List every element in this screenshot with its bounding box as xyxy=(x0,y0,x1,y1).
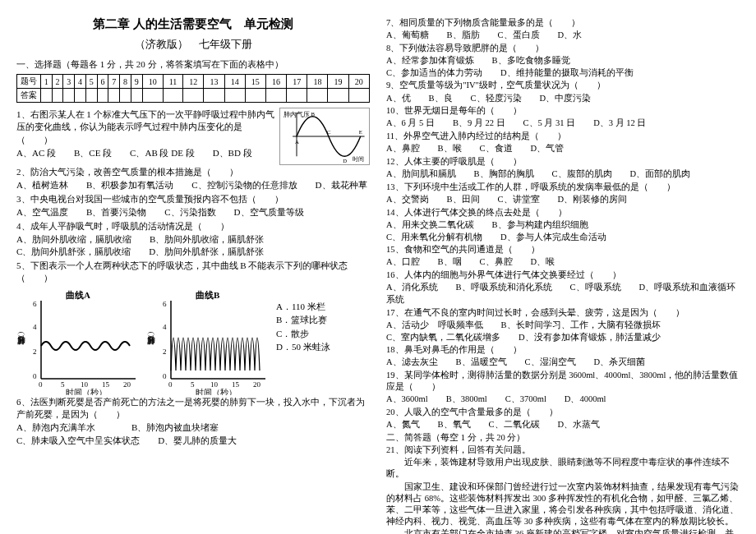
cell: 6 xyxy=(97,75,108,89)
cell: 8 xyxy=(120,75,131,89)
page-title: 第二章 人的生活需要空气 单元检测 xyxy=(16,16,370,32)
cell: 16 xyxy=(265,75,286,89)
question-15-options: A、口腔 B、咽 C、鼻腔 D、喉 xyxy=(386,256,740,269)
svg-text:5: 5 xyxy=(61,380,65,389)
svg-text:肺容量（升）: 肺容量（升） xyxy=(147,332,155,345)
answer-cell[interactable] xyxy=(142,89,163,103)
answer-cell[interactable] xyxy=(224,89,245,103)
question-7: 7、相同质量的下列物质含能量最多的是（ ） xyxy=(386,17,740,29)
opt-c: C．散步 xyxy=(276,327,330,341)
answer-grid: 题号 1 2 3 4 5 6 7 8 9 10 11 12 13 14 15 1… xyxy=(16,74,370,103)
svg-text:20: 20 xyxy=(253,380,261,389)
question-3: 3、中央电视台对我国一些城市的空气质量预报内容不包括（ ） xyxy=(16,193,370,205)
question-10: 10、世界无烟日是每年的（ ） xyxy=(386,105,740,117)
answer-cell[interactable] xyxy=(183,89,204,103)
answer-cell[interactable] xyxy=(41,89,53,103)
question-15: 15、食物和空气的共同通道是（ ） xyxy=(386,244,740,255)
opt-a: A．110 米栏 xyxy=(276,300,330,314)
question-2: 2、防治大气污染，改善空气质量的根本措施是（ ） xyxy=(16,166,370,178)
passage-p2: 国家卫生、建设和环保部门曾经进行过一次室内装饰材料抽查，结果发现有毒气污染的材料… xyxy=(386,481,740,528)
svg-text:肺容量（升）: 肺容量（升） xyxy=(17,332,25,345)
answer-cell[interactable] xyxy=(52,89,63,103)
answer-cell[interactable] xyxy=(307,89,328,103)
svg-text:C: C xyxy=(327,129,331,135)
question-6: 6、法医判断死婴是否产前死亡的方法之一是将死婴的肺剪下一块，投入水中，下沉者为产… xyxy=(16,396,370,421)
answer-cell[interactable] xyxy=(265,89,286,103)
answer-cell[interactable] xyxy=(245,89,265,103)
svg-text:4: 4 xyxy=(33,323,37,331)
question-6-options: A、肺泡内充满羊水 B、肺泡内被血块堵塞 C、肺未吸入空气中呈实体状态 D、婴儿… xyxy=(16,421,370,447)
question-13-options: A、交警岗 B、田间 C、讲堂室 D、刚装修的房间 xyxy=(386,194,740,206)
answer-cell[interactable] xyxy=(204,89,224,103)
answer-cell[interactable] xyxy=(75,89,86,103)
passage-p1: 近年来，装饰建材导致用户出现皮肤、眼睛刺激等不同程度中毒症状的事件连续不断。 xyxy=(386,457,740,480)
cell: 9 xyxy=(131,75,142,89)
cell: 15 xyxy=(245,75,265,89)
question-1-options: A、AC 段 B、CE 段 C、AB 段 DE 段 D、BD 段 xyxy=(16,147,274,159)
question-18-options: A、滤去灰尘 B、温暖空气 C、湿润空气 D、杀灭细菌 xyxy=(386,357,740,369)
passage-p3: 北京市有关部门在全市抽查 36 座新建的高档写字楼，对室内空气质量进行检测，并根… xyxy=(386,528,740,534)
svg-text:4: 4 xyxy=(163,323,167,331)
question-1: 1、右图示某人在 1 个标准大气压下的一次平静呼吸过程中肺内气压的变化曲线，你认… xyxy=(16,108,274,146)
svg-text:D: D xyxy=(343,158,347,163)
page-subtitle: （济教版） 七年级下册 xyxy=(16,37,370,52)
svg-text:0: 0 xyxy=(163,372,167,380)
question-19-options: A、3600ml B、3800ml C、3700ml D、4000ml xyxy=(386,394,740,406)
svg-text:0: 0 xyxy=(39,380,43,389)
question-10-options: A、6 月 5 日 B、9 月 22 日 C、5 月 31 日 D、3 月 12… xyxy=(386,117,740,130)
question-5: 5、下图表示一个人在两种状态下的呼吸状态，其中曲线 B 不能表示下列的哪种状态（… xyxy=(16,260,370,285)
answer-cell[interactable] xyxy=(63,89,75,103)
answer-cell[interactable] xyxy=(348,89,369,103)
section-a-heading: 一、选择题（每题各 1 分，共 20 分，将答案填写在下面的表格中） xyxy=(16,58,370,71)
section-b-heading: 二、简答题（每空 1 分，共 20 分） xyxy=(386,432,740,444)
row-label: 答案 xyxy=(17,89,41,103)
question-9-options: A、优 B、良 C、轻度污染 D、中度污染 xyxy=(386,93,740,105)
cell: 4 xyxy=(75,75,86,89)
svg-text:曲线B: 曲线B xyxy=(196,290,220,300)
cell: 20 xyxy=(348,75,369,89)
question-11-options: A、鼻腔 B、喉 C、食道 D、气管 xyxy=(386,143,740,155)
answer-cell[interactable] xyxy=(131,89,142,103)
question-2-options: A、植树造林 B、积极参加有氧活动 C、控制污染物的任意排放 D、栽花种草 xyxy=(16,179,370,191)
svg-text:0: 0 xyxy=(33,372,37,380)
question-20-options: A、氮气 B、氧气 C、二氧化碳 D、水蒸气 xyxy=(386,419,740,431)
answer-cell[interactable] xyxy=(287,89,307,103)
svg-text:E: E xyxy=(359,129,362,135)
svg-text:A: A xyxy=(295,139,299,145)
svg-text:2: 2 xyxy=(33,348,37,356)
question-12-options: A、肋间肌和膈肌 B、胸部的胸肌 C、腹部的肌肉 D、面部的肌肉 xyxy=(386,168,740,181)
answer-cell[interactable] xyxy=(85,89,97,103)
question-14-options: A、用来交换二氧化碳 B、参与构建内组织细胞 C、用来氧化分解有机物 D、参与人… xyxy=(386,219,740,243)
cell: 14 xyxy=(224,75,245,89)
question-17-options: A、活动少 呼吸频率低 B、长时间学习、工作，大脑有轻微损坏 C、室内缺氧，二氧… xyxy=(386,320,740,343)
question-12: 12、人体主要的呼吸肌是（ ） xyxy=(386,156,740,168)
svg-text:时间（秒）: 时间（秒） xyxy=(66,388,107,395)
cell: 3 xyxy=(63,75,75,89)
cell: 18 xyxy=(307,75,328,89)
question-4-options: A、肋间外肌收缩，膈肌收缩 B、肋间外肌收缩，膈肌舒张 C、肋间外肌舒张，膈肌收… xyxy=(16,233,370,259)
answer-cell[interactable] xyxy=(97,89,108,103)
question-8-options: A、经常参加体育锻炼 B、多吃食物多睡觉 C、参加适当的体力劳动 D、维持能量的… xyxy=(386,55,740,79)
svg-text:0: 0 xyxy=(168,380,173,389)
cell: 19 xyxy=(328,75,348,89)
answer-cell[interactable] xyxy=(163,89,182,103)
answer-cell[interactable] xyxy=(328,89,348,103)
svg-text:20: 20 xyxy=(123,380,131,389)
question-16: 16、人体内的细胞与外界气体进行气体交换要经过（ ） xyxy=(386,269,740,281)
opt-d: D．50 米蛙泳 xyxy=(276,340,330,354)
question-9: 9、空气质量等级为"IV"级时，空气质量状况为（ ） xyxy=(386,80,740,91)
cell: 17 xyxy=(287,75,307,89)
question-21: 21、阅读下列资料，回答有关问题。 xyxy=(386,444,740,456)
cell: 1 xyxy=(41,75,53,89)
svg-text:曲线A: 曲线A xyxy=(66,290,90,300)
chart-curve-a: 曲线A 肺容量（升） 0 5 10 15 20 时间（秒） 0 2 4 6 xyxy=(16,288,140,395)
svg-text:6: 6 xyxy=(33,300,37,308)
cell: 12 xyxy=(183,75,204,89)
question-3-options: A、空气温度 B、首要污染物 C、污染指数 D、空气质量等级 xyxy=(16,206,370,219)
question-17: 17、在通气不良的室内时间过长时，会感到头晕、疲劳，这是因为（ ） xyxy=(386,307,740,319)
table-row: 题号 1 2 3 4 5 6 7 8 9 10 11 12 13 14 15 1… xyxy=(17,75,370,89)
question-5-options: A．110 米栏 B．篮球比赛 C．散步 D．50 米蛙泳 xyxy=(276,288,330,354)
answer-cell[interactable] xyxy=(108,89,120,103)
q1-wave-chart: 肺内气压 时间 A B C D E xyxy=(279,108,370,165)
answer-cell[interactable] xyxy=(120,89,131,103)
